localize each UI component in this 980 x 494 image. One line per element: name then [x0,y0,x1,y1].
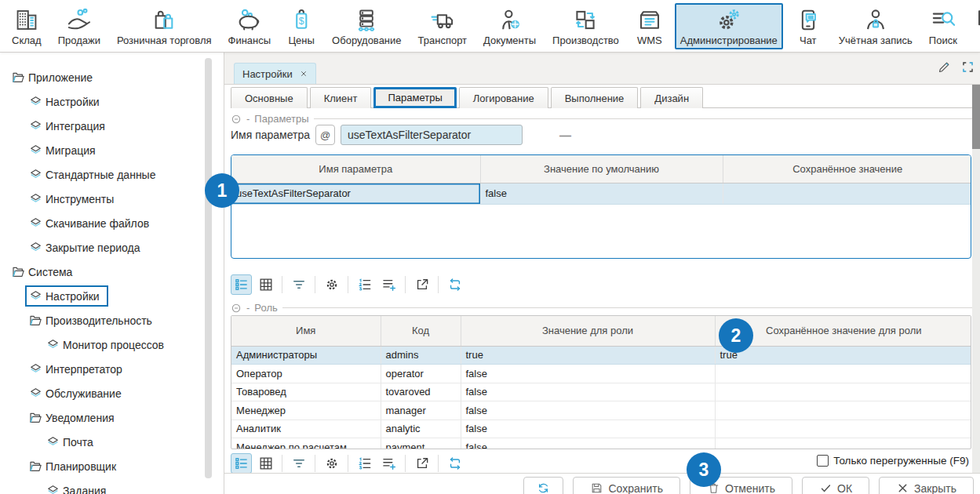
table-cell[interactable]: Оператор [231,365,381,383]
sidebar-item[interactable]: Скачивание файлов [0,211,213,235]
table-cell[interactable]: useTextAsFilterSeparator [231,183,480,204]
tab-close-icon[interactable] [300,70,308,78]
filter-icon[interactable] [288,274,309,295]
column-header[interactable]: Сохранённое значение [723,155,971,183]
table-cell[interactable]: Аналитик [231,420,381,438]
filter-icon[interactable] [288,453,309,474]
refresh-button[interactable] [523,477,563,494]
sidebar-item[interactable]: Монитор процессов [0,332,213,357]
table-cell[interactable]: admins [381,346,461,365]
sidebar-item[interactable]: Производительность [0,308,213,332]
toolbar-item-equipment[interactable]: Оборудование [326,3,406,49]
toolbar-item-sales[interactable]: Продажи [53,3,106,49]
toolbar-item-transport[interactable]: Транспорт [413,3,473,49]
expand-fullscreen-icon[interactable] [960,60,975,74]
tab-логирование[interactable]: Логирование [459,87,548,108]
column-header[interactable]: Имя [231,316,381,346]
doc-tab-settings[interactable]: Настройки [234,63,316,84]
table-cell[interactable] [715,365,971,383]
table-cell[interactable]: false [461,438,715,450]
table-cell[interactable]: Менеджер по расчетам [231,438,381,450]
toolbar-item-administration[interactable]: Администрирование [675,3,783,49]
table-row[interactable]: useTextAsFilterSeparatorfalse [231,183,971,204]
grid-view-icon[interactable] [255,274,276,295]
sidebar-item[interactable]: Интеграция [0,114,213,138]
table-cell[interactable]: false [461,365,715,383]
table-cell[interactable] [715,383,971,401]
table-cell[interactable]: Товаровед [231,383,381,401]
toolbar-item-search[interactable]: Поиск [924,3,963,49]
main-scrollbar[interactable] [972,85,980,473]
toolbar-item-retail[interactable]: Розничная торговля [111,3,217,49]
sidebar-item[interactable]: Почта [0,430,213,454]
sidebar-item[interactable]: Стандартные данные [0,162,213,187]
toolbar-item-prices[interactable]: $Цены [282,3,321,49]
edit-pencil-icon[interactable] [937,60,952,74]
checkbox-icon[interactable] [817,455,829,467]
toolbar-item-bi[interactable]: BI [968,3,980,49]
sidebar-item[interactable]: Интерпретатор [0,357,213,381]
column-header[interactable]: Сохранённое значение для роли [715,316,971,346]
column-header[interactable]: Значение по умолчанию [480,155,723,183]
sidebar-item[interactable]: Задания [0,478,213,494]
toolbar-item-wms[interactable]: WMS [630,3,669,49]
table-cell[interactable] [715,438,971,450]
table-cell[interactable]: analytic [381,420,461,438]
sidebar-item[interactable]: Система [0,260,213,284]
add-row-icon[interactable] [378,274,399,295]
settings-icon[interactable] [321,274,342,295]
column-header[interactable]: Имя параметра [231,155,480,183]
table-row[interactable]: Менеджер по расчетамpaymentfalse [231,438,971,450]
numbered-list-icon[interactable] [354,453,375,474]
table-cell[interactable]: Менеджер [231,401,381,420]
table-row[interactable]: Аналитикanalyticfalse [231,420,971,438]
sidebar-item[interactable]: Уведомления [0,405,213,430]
toolbar-item-chat[interactable]: Чат [789,3,828,49]
sidebar-item[interactable]: Планировщик [0,454,213,478]
sidebar-item[interactable]: Настройки [0,89,213,114]
sidebar-item[interactable]: Приложение [0,65,213,89]
tab-клиент[interactable]: Клиент [310,87,372,108]
table-cell[interactable]: payment [381,438,461,450]
table-row[interactable]: Операторoperatorfalse [231,365,971,383]
collapse-icon[interactable] [231,303,242,314]
toolbar-item-production[interactable]: Производство [547,3,625,49]
tab-параметры[interactable]: Параметры [373,87,456,108]
list-view-icon[interactable] [231,453,252,474]
collapse-icon[interactable] [231,114,242,125]
закрыть-button[interactable]: Закрыть [879,477,974,494]
sidebar-item[interactable]: Закрытие периода [0,235,213,260]
table-cell[interactable]: false [461,420,715,438]
list-view-icon[interactable] [231,274,252,295]
sidebar-item[interactable]: Инструменты [0,187,213,211]
sidebar-item[interactable]: Миграция [0,138,213,162]
table-cell[interactable]: true [715,346,971,365]
settings-icon[interactable] [321,453,342,474]
sidebar-scrollbar-thumb[interactable] [205,58,212,478]
open-external-icon[interactable] [411,453,432,474]
tab-основные[interactable]: Основные [231,87,308,108]
sidebar-item[interactable]: Обслуживание [0,381,213,405]
reload-icon[interactable] [444,274,465,295]
param-name-input[interactable] [341,125,523,145]
table-cell[interactable]: operator [381,365,461,383]
table-cell[interactable]: false [480,183,723,204]
grid-view-icon[interactable] [255,453,276,474]
sidebar-item[interactable]: Настройки [0,284,213,308]
table-cell[interactable]: true [461,346,715,365]
table-row[interactable]: Менеджерmanagerfalse [231,401,971,420]
table-cell[interactable]: manager [381,401,461,420]
toolbar-item-documents[interactable]: Документы [478,3,541,49]
table-cell[interactable] [715,420,971,438]
column-header[interactable]: Значение для роли [461,316,715,346]
сохранить-button[interactable]: Сохранить [573,477,680,494]
table-cell[interactable]: false [461,383,715,401]
at-button[interactable]: @ [315,125,335,145]
ок-button[interactable]: ОК [802,477,869,494]
toolbar-item-account[interactable]: Учётная запись [833,3,918,49]
numbered-list-icon[interactable] [354,274,375,295]
column-header[interactable]: Код [381,316,461,346]
table-row[interactable]: Товароведtovarovedfalse [231,383,971,401]
toolbar-item-warehouse[interactable]: Склад [6,3,47,49]
sidebar-scrollbar[interactable] [205,58,212,478]
